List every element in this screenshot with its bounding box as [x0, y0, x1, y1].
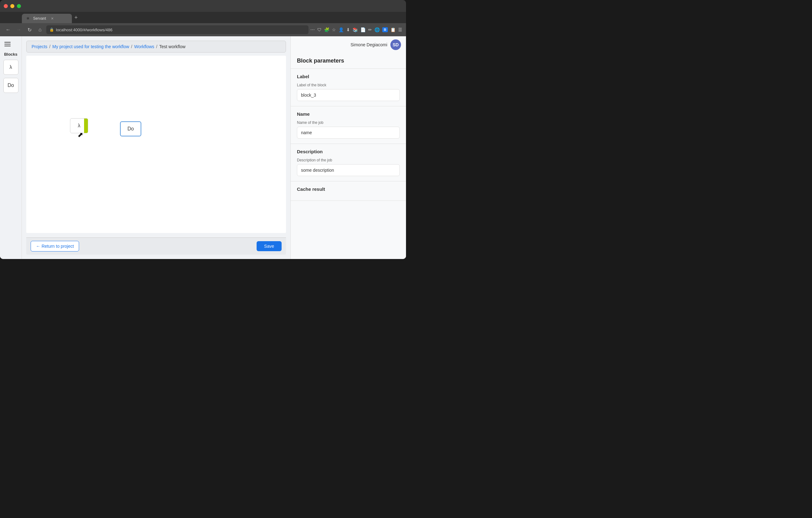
block-green-connector — [84, 118, 88, 133]
tab-favicon: ⚛ — [26, 16, 31, 21]
close-button[interactable] — [4, 4, 8, 8]
url-text: localhost:4000/#/workflows/486 — [56, 28, 113, 32]
app-content: Blocks λ Do Projects / My project used f… — [0, 36, 406, 259]
right-panel: Simone Degiacomi SD Block parameters Lab… — [290, 36, 406, 259]
cache-result-section: Cache result — [291, 182, 406, 201]
workflow-canvas[interactable]: λ Do ⬈ — [26, 56, 286, 233]
user-area: Simone Degiacomi SD — [346, 36, 406, 53]
profile-icon[interactable]: R — [382, 27, 388, 32]
breadcrumb-current: Test workflow — [159, 44, 185, 49]
label-field-label: Label of the block — [297, 83, 400, 87]
titlebar — [0, 0, 406, 12]
name-section-title: Name — [297, 111, 400, 117]
address-bar[interactable]: 🔒 localhost:4000/#/workflows/486 — [46, 25, 309, 34]
name-section: Name Name of the job — [291, 106, 406, 144]
blocks-label: Blocks — [3, 52, 19, 57]
hamburger-menu-icon[interactable]: ☰ — [398, 27, 402, 32]
tab-close-icon[interactable]: × — [51, 16, 53, 21]
minimize-button[interactable] — [10, 4, 14, 8]
toolbar-right: ⋯ 🛡 🧩 ☆ 👤 ⬇ 📚 📄 ✏ 🌐 R 📋 ☰ — [310, 27, 402, 32]
label-section-title: Label — [297, 74, 400, 79]
extension-icon[interactable]: 🧩 — [324, 27, 329, 32]
tab-title: Servant — [33, 16, 46, 21]
block-do-item[interactable]: Do — [3, 78, 19, 93]
canvas-inner: λ Do ⬈ — [26, 56, 286, 233]
description-section: Description Description of the job — [291, 144, 406, 182]
download-icon[interactable]: ⬇ — [346, 27, 350, 32]
breadcrumb-projects[interactable]: Projects — [32, 44, 48, 49]
new-tab-button[interactable]: + — [75, 15, 78, 21]
description-section-title: Description — [297, 149, 400, 154]
back-button[interactable]: ← — [4, 25, 12, 34]
reader-icon[interactable]: 📄 — [360, 27, 366, 32]
reload-button[interactable]: ↻ — [25, 25, 34, 34]
tab-servant[interactable]: ⚛ Servant × — [22, 14, 72, 23]
tab-bar: ⚛ Servant × + — [0, 12, 406, 23]
do-canvas-label: Do — [127, 126, 134, 132]
user-initials: SD — [393, 42, 399, 47]
canvas-block-do[interactable]: Do — [120, 121, 141, 136]
breadcrumb-sep-3: / — [156, 44, 157, 49]
description-field-input[interactable] — [297, 164, 400, 176]
pen-icon[interactable]: ✏ — [368, 27, 372, 32]
home-button[interactable]: ⌂ — [36, 25, 45, 34]
translate-icon[interactable]: 🌐 — [374, 27, 380, 32]
fullscreen-button[interactable] — [17, 4, 21, 8]
main-area: Projects / My project used for testing t… — [22, 36, 290, 259]
breadcrumb-workflows[interactable]: Workflows — [134, 44, 154, 49]
forward-button[interactable]: → — [14, 25, 23, 34]
breadcrumb-sep-1: / — [49, 44, 51, 49]
description-field-label: Description of the job — [297, 158, 400, 162]
user-avatar[interactable]: SD — [390, 39, 401, 50]
save-button[interactable]: Save — [257, 241, 282, 251]
block-lambda-item[interactable]: λ — [3, 60, 19, 75]
pocket-icon[interactable]: 🛡 — [317, 27, 322, 32]
do-label: Do — [7, 83, 14, 88]
lambda-symbol: λ — [10, 64, 12, 70]
right-panel-header: Block parameters — [291, 52, 406, 69]
library-icon[interactable]: 📚 — [353, 27, 358, 32]
return-to-project-button[interactable]: ← Return to project — [31, 241, 79, 251]
label-field-input[interactable] — [297, 89, 400, 101]
breadcrumb-sep-2: / — [131, 44, 132, 49]
cache-result-title: Cache result — [297, 186, 400, 192]
star-icon[interactable]: ☆ — [332, 27, 336, 32]
name-field-label: Name of the job — [297, 120, 400, 125]
sidebar-toggle-button[interactable] — [3, 41, 12, 48]
account-icon[interactable]: 👤 — [339, 27, 344, 32]
user-name: Simone Degiacomi — [351, 42, 387, 47]
right-panel-title: Block parameters — [297, 58, 344, 64]
name-field-input[interactable] — [297, 127, 400, 139]
lock-icon: 🔒 — [49, 28, 54, 32]
canvas-block-lambda[interactable]: λ — [70, 118, 88, 133]
breadcrumb-project[interactable]: My project used for testing the workflow — [52, 44, 129, 49]
menu-dots-icon[interactable]: ⋯ — [310, 27, 315, 32]
sync-icon[interactable]: 📋 — [390, 27, 396, 32]
label-section: Label Label of the block — [291, 69, 406, 106]
lambda-canvas-symbol: λ — [78, 123, 80, 129]
sidebar: Blocks λ Do — [0, 36, 22, 259]
browser-toolbar: ← → ↻ ⌂ 🔒 localhost:4000/#/workflows/486… — [0, 23, 406, 36]
breadcrumb: Projects / My project used for testing t… — [26, 41, 286, 53]
canvas-footer: ← Return to project Save — [26, 238, 286, 255]
